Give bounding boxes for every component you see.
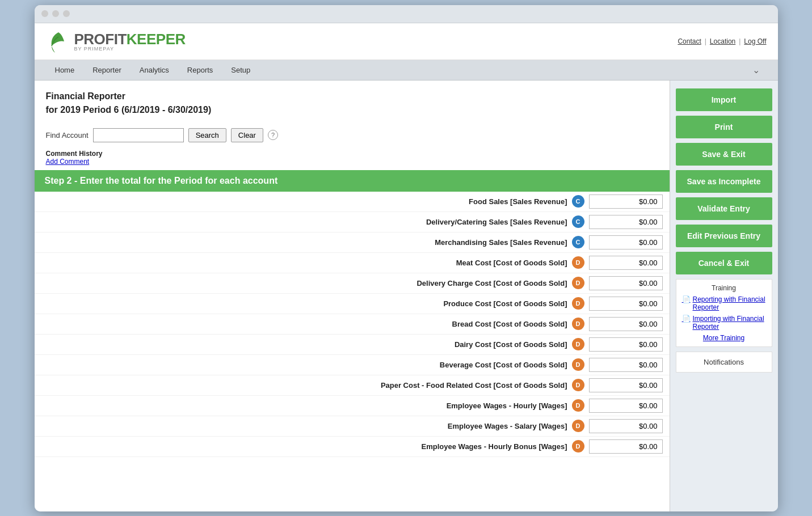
account-value-input[interactable]: [589, 439, 663, 454]
titlebar-dot-yellow: [52, 10, 59, 17]
account-name: Employee Wages - Hourly [Wages]: [41, 401, 567, 410]
account-badge: C: [572, 215, 584, 228]
account-badge: D: [572, 338, 584, 350]
account-value-input[interactable]: [589, 235, 663, 249]
more-training-link[interactable]: More Training: [682, 334, 766, 342]
account-badge: C: [572, 195, 584, 208]
account-value-input[interactable]: [589, 399, 663, 413]
logo-area: PROFITKEEPER BY PRIMEPAY: [46, 29, 186, 54]
save-incomplete-button[interactable]: Save as Incomplete: [676, 170, 772, 193]
find-account-row: Find Account Search Clear ?: [35, 121, 670, 147]
header-links: Contact | Location | Log Off: [678, 37, 766, 45]
right-panel: Import Print Save & Exit Save as Incompl…: [670, 81, 778, 511]
nav-items: Home Reporter Analytics Reports Setup: [46, 60, 260, 80]
account-name: Delivery/Catering Sales [Sales Revenue]: [41, 218, 567, 226]
account-badge: D: [572, 420, 584, 432]
account-row: Food Sales [Sales Revenue]C: [35, 192, 670, 212]
account-badge: D: [572, 277, 584, 289]
titlebar: [35, 5, 778, 23]
account-value-input[interactable]: [589, 317, 663, 331]
location-link[interactable]: Location: [710, 37, 735, 45]
account-name: Merchandising Sales [Sales Revenue]: [41, 238, 567, 247]
account-badge: D: [572, 440, 584, 452]
account-value-input[interactable]: [589, 256, 663, 270]
account-row: Produce Cost [Cost of Goods Sold]D: [35, 294, 670, 314]
account-name: Employee Wages - Hourly Bonus [Wages]: [41, 442, 567, 451]
notifications-box: Notifications: [676, 352, 772, 373]
logoff-link[interactable]: Log Off: [744, 37, 766, 45]
account-name: Meat Cost [Cost of Goods Sold]: [41, 259, 567, 267]
account-badge: C: [572, 236, 584, 248]
logo-text: PROFITKEEPER BY PRIMEPAY: [74, 31, 186, 52]
find-account-label: Find Account: [46, 131, 89, 139]
account-name: Paper Cost - Food Related Cost [Cost of …: [41, 381, 567, 390]
account-row: Delivery Charge Cost [Cost of Goods Sold…: [35, 273, 670, 294]
account-row: Meat Cost [Cost of Goods Sold]D: [35, 253, 670, 273]
account-badge: D: [572, 379, 584, 391]
account-row: Employee Wages - Hourly Bonus [Wages]D: [35, 437, 670, 457]
training-box: Training 📄 Reporting with Financial Repo…: [676, 279, 772, 347]
logo-profit: PROFIT: [74, 31, 127, 48]
header: PROFITKEEPER BY PRIMEPAY Contact | Locat…: [35, 23, 778, 60]
left-panel: Financial Reporter for 2019 Period 6 (6/…: [35, 81, 670, 511]
training-link-2[interactable]: 📄 Importing with Financial Reporter: [682, 315, 766, 331]
nav-item-reports[interactable]: Reports: [178, 60, 222, 80]
titlebar-dot-green: [63, 10, 70, 17]
edit-previous-button[interactable]: Edit Previous Entry: [676, 225, 772, 247]
logo-keeper: KEEPER: [127, 31, 186, 48]
contact-link[interactable]: Contact: [678, 37, 701, 45]
account-value-input[interactable]: [589, 215, 663, 229]
step-header: Step 2 - Enter the total for the Period …: [35, 170, 670, 192]
nav-item-setup[interactable]: Setup: [222, 60, 259, 80]
nav-item-reporter[interactable]: Reporter: [83, 60, 131, 80]
account-row: Dairy Cost [Cost of Goods Sold]D: [35, 335, 670, 355]
notifications-title: Notifications: [704, 358, 744, 366]
validate-button[interactable]: Validate Entry: [676, 197, 772, 220]
logo-leaf-icon: [46, 29, 71, 54]
training-doc-icon-2: 📄: [682, 315, 691, 323]
account-value-input[interactable]: [589, 358, 663, 372]
search-button[interactable]: Search: [188, 128, 226, 142]
account-row: Merchandising Sales [Sales Revenue]C: [35, 232, 670, 253]
logo-sub: BY PRIMEPAY: [74, 46, 186, 52]
account-row: Paper Cost - Food Related Cost [Cost of …: [35, 375, 670, 396]
account-row: Employee Wages - Hourly [Wages]D: [35, 396, 670, 416]
account-value-input[interactable]: [589, 378, 663, 392]
account-badge: D: [572, 399, 584, 412]
account-row: Beverage Cost [Cost of Goods Sold]D: [35, 355, 670, 375]
import-button[interactable]: Import: [676, 88, 772, 111]
clear-button[interactable]: Clear: [231, 128, 263, 142]
account-value-input[interactable]: [589, 276, 663, 290]
save-exit-button[interactable]: Save & Exit: [676, 143, 772, 166]
account-badge: D: [572, 297, 584, 310]
account-name: Bread Cost [Cost of Goods Sold]: [41, 320, 567, 328]
page-title-area: Financial Reporter for 2019 Period 6 (6/…: [35, 81, 670, 121]
account-value-input[interactable]: [589, 337, 663, 352]
account-name: Employee Wages - Salary [Wages]: [41, 422, 567, 430]
training-doc-icon-1: 📄: [682, 295, 691, 303]
account-value-input[interactable]: [589, 194, 663, 209]
add-comment-link[interactable]: Add Comment: [46, 158, 658, 166]
account-badge: D: [572, 358, 584, 371]
account-badge: D: [572, 318, 584, 330]
accounts-list: Food Sales [Sales Revenue]CDelivery/Cate…: [35, 192, 670, 457]
account-name: Delivery Charge Cost [Cost of Goods Sold…: [41, 279, 567, 287]
comment-area: Comment History Add Comment: [35, 147, 670, 170]
nav-chevron-icon[interactable]: ⌄: [746, 60, 767, 80]
account-value-input[interactable]: [589, 297, 663, 311]
page-title: Financial Reporter for 2019 Period 6 (6/…: [46, 90, 658, 117]
account-name: Produce Cost [Cost of Goods Sold]: [41, 299, 567, 308]
main-content: Financial Reporter for 2019 Period 6 (6/…: [35, 81, 778, 511]
find-account-input[interactable]: [93, 128, 184, 142]
titlebar-dot-red: [41, 10, 48, 17]
account-badge: D: [572, 256, 584, 269]
account-row: Employee Wages - Salary [Wages]D: [35, 416, 670, 437]
nav-item-home[interactable]: Home: [46, 60, 84, 80]
print-button[interactable]: Print: [676, 116, 772, 138]
nav-item-analytics[interactable]: Analytics: [131, 60, 178, 80]
account-value-input[interactable]: [589, 419, 663, 433]
training-link-1[interactable]: 📄 Reporting with Financial Reporter: [682, 295, 766, 311]
help-icon[interactable]: ?: [268, 130, 278, 140]
account-name: Beverage Cost [Cost of Goods Sold]: [41, 361, 567, 369]
cancel-exit-button[interactable]: Cancel & Exit: [676, 252, 772, 274]
